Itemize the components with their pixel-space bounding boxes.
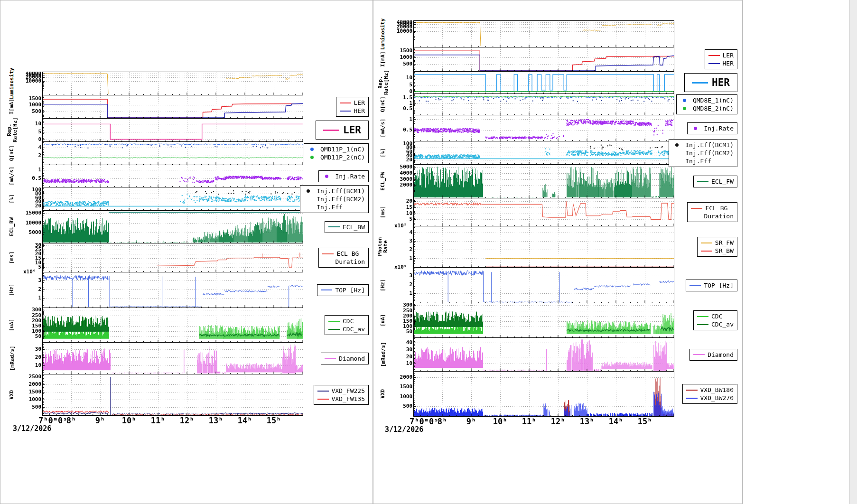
x-tick-label: 9ʰ: [95, 416, 105, 425]
legend-vxd-l: VXD_FW225VXD_FW135: [314, 385, 369, 405]
legend-label: TOP [Hz]: [704, 282, 734, 289]
plot-row-vxd-l: VXDVXD_FW225VXD_FW135: [3, 374, 373, 416]
dot-marker-icon: [310, 156, 314, 159]
legend-col-ua-r: CDCCDC_av: [674, 303, 742, 338]
legend-entry: LER: [340, 99, 365, 106]
legend-i-r: LERHER: [705, 49, 737, 69]
plot-row-vxd-r: VXDVXD_BW180VXD_BW270: [374, 371, 742, 417]
legend-entry: QMD8E_2(nC): [680, 105, 734, 112]
plot-row-eff-l: [%]Inj.Eff(BCM1)Inj.Eff(BCM2)Inj.Eff: [3, 187, 373, 211]
line-marker-icon: [697, 324, 708, 325]
legend-label: ECL_BW: [343, 224, 365, 231]
legend-entry: CDC: [697, 313, 734, 320]
plot-canvas-ua-r: [391, 303, 674, 338]
legend-entry: CDC_av: [697, 321, 734, 328]
legend-entry: VXD_FW135: [317, 395, 365, 402]
plot-row-lum-r: Luminosity: [374, 20, 742, 47]
legend-label: VXD_FW225: [332, 387, 365, 394]
legend-col-ua-l: CDCCDC_av: [303, 308, 373, 343]
legend-col-dia-l: Diamond: [303, 342, 373, 374]
x-tick-label: 10ʰ: [122, 416, 137, 425]
ylabel-rep-r: Rep. Rate[Hz]: [374, 71, 391, 94]
legend-entry: QMD11P_2(nC): [307, 154, 365, 161]
legend-col-inj-l: Inj.Rate: [303, 165, 373, 187]
plot-row-photon: Photon RateSR_FWSR_BWx10⁵: [374, 226, 742, 268]
legend-entry: Diamond: [693, 351, 734, 358]
legend-label: HER: [723, 60, 734, 67]
scrollbar[interactable]: [849, 0, 857, 504]
line-marker-icon: [322, 261, 332, 262]
plot-row-ua-r: [uA]CDCCDC_av: [374, 303, 742, 338]
legend-entry: HER: [692, 77, 730, 88]
line-marker-icon: [686, 398, 698, 399]
legend-col-top-l: TOP [Hz]: [303, 272, 373, 308]
ylabel-lum-r: Luminosity: [374, 20, 391, 47]
plot-canvas-eff-l: [20, 187, 303, 211]
x-tick-label: 15ʰ: [638, 417, 652, 426]
legend-col-i-r: LERHER: [674, 47, 742, 72]
legend-entry: Duration: [322, 258, 365, 265]
x-tick-label: 14ʰ: [609, 417, 624, 426]
ylabel-q-r: Q[nC]: [374, 93, 391, 115]
plot-canvas-ms-l: [20, 243, 303, 272]
legend-entry: ECL_BW: [328, 224, 365, 231]
legend-label: HER: [712, 77, 730, 88]
legend-col-eff-l: Inj.Eff(BCM1)Inj.Eff(BCM2)Inj.Eff: [303, 187, 373, 211]
legend-entry: QMD11P_1(nC): [307, 146, 365, 153]
ylabel-text-top-l: [Hz]: [9, 284, 15, 297]
ylabel-text-vxd-r: VXD: [380, 389, 386, 399]
dot-marker-icon: [675, 143, 679, 147]
ylabel-eclfw: ECL_FW: [374, 164, 391, 198]
ylabel-text-eclfw: ECL_FW: [380, 172, 386, 191]
legend-entry: Inj.Eff(BCM2): [672, 149, 734, 157]
line-marker-icon: [693, 354, 705, 355]
line-marker-icon: [708, 63, 720, 64]
ylabel-inj-r: [mA/s]: [374, 115, 391, 141]
legend-entry: Diamond: [325, 355, 365, 362]
ylabel-text-rep-r: Rep. Rate[Hz]: [377, 70, 388, 95]
plot-canvas-top-r: [391, 267, 674, 303]
x-tick-label: 12ʰ: [180, 416, 195, 425]
legend-label: CDC_av: [343, 326, 365, 333]
plot-canvas-ua-l: [20, 308, 303, 343]
line-marker-icon: [686, 390, 698, 391]
legend-ua-l: CDCCDC_av: [325, 315, 369, 335]
ylabel-text-q-l: Q[nC]: [9, 145, 15, 161]
plot-row-q-r: Q[nC]QMD8E_1(nC)QMD8E_2(nC): [374, 93, 742, 115]
x-tick-label: 8ʰ: [66, 416, 76, 425]
legend-col-rep-r: HER: [674, 71, 742, 94]
legend-col-lum-l: [303, 72, 373, 95]
line-marker-icon: [697, 181, 708, 182]
x-tick-label: 12ʰ: [551, 417, 566, 426]
ylabel-text-inj-l: [mA/s]: [9, 167, 15, 186]
legend-label: Inj.Eff(BCM1): [685, 141, 734, 149]
legend-vxd-r: VXD_BW180VXD_BW270: [682, 384, 737, 404]
x-tick-label: 10ʰ: [493, 417, 508, 426]
legend-col-ms-l: ECL BGDuration: [303, 243, 373, 272]
line-marker-icon: [701, 243, 712, 243]
ylabel-ms-r: [ms]: [374, 198, 391, 226]
legend-label: Inj.Rate: [335, 173, 365, 180]
plot-row-dia-r: [mRad/s]Diamond: [374, 337, 742, 372]
plot-canvas-top-l: [20, 272, 303, 308]
legend-label: ECL BG: [336, 250, 359, 257]
plot-row-ms-l: [ms]ECL BGDuration: [3, 243, 373, 272]
legend-label: LER: [343, 124, 361, 136]
plot-row-top-l: [Hz]TOP [Hz]x10⁶: [3, 272, 373, 308]
legend-entry: QMD8E_1(nC): [680, 97, 734, 104]
plot-canvas-photon: [391, 226, 674, 268]
plot-canvas-vxd-r: [391, 371, 674, 417]
left-panel: LuminosityI[mA]LERHERRep. Rate[Hz]LERQ[n…: [0, 0, 373, 504]
legend-label: CDC: [343, 317, 354, 325]
legend-label: Inj.Eff(BCM1): [317, 187, 365, 195]
legend-col-vxd-r: VXD_BW180VXD_BW270: [674, 371, 742, 417]
legend-photon: SR_FWSR_BW: [697, 237, 737, 257]
line-marker-icon: [692, 82, 708, 84]
exp-label-top-r: x10⁶: [394, 264, 407, 270]
ylabel-text-lum-r: Luminosity: [380, 18, 386, 49]
ylabel-rep-l: Rep. Rate[Hz]: [3, 118, 20, 142]
ylabel-eff-r: [%]: [374, 141, 391, 165]
right-panel: LuminosityI[mA]LERHERRep. Rate[Hz]HERQ[n…: [373, 0, 743, 504]
line-marker-icon: [328, 329, 340, 330]
right-plots: LuminosityI[mA]LERHERRep. Rate[Hz]HERQ[n…: [374, 20, 742, 417]
